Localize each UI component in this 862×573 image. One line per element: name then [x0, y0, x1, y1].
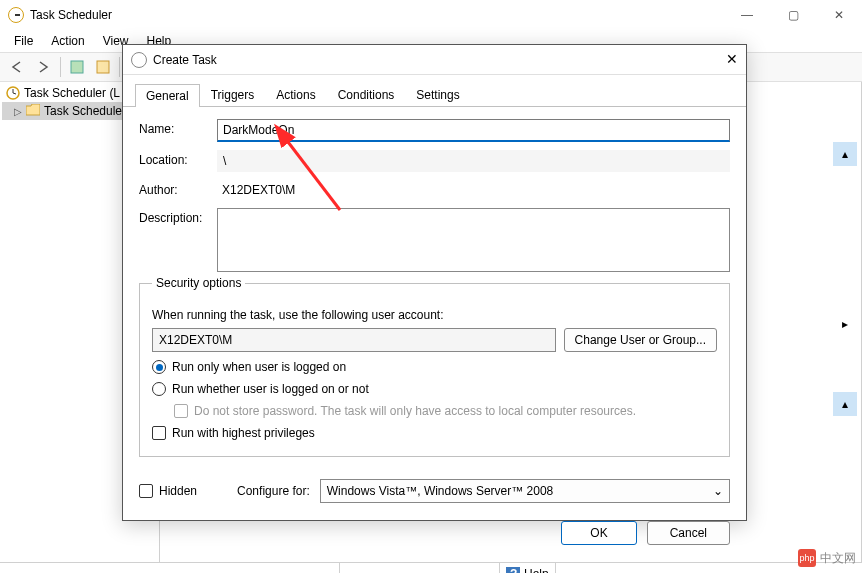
status-bar: ? Help — [0, 562, 862, 573]
collapse-button-2[interactable]: ▴ — [833, 392, 857, 416]
author-value: X12DEXT0\M — [217, 180, 730, 200]
security-prompt: When running the task, use the following… — [152, 308, 717, 322]
ok-button[interactable]: OK — [561, 521, 636, 545]
menu-file[interactable]: File — [6, 32, 41, 50]
menu-action[interactable]: Action — [43, 32, 92, 50]
create-task-dialog: Create Task ✕ General Triggers Actions C… — [122, 44, 747, 521]
dialog-icon — [131, 52, 147, 68]
back-button[interactable] — [6, 55, 30, 79]
checkbox-no-store-password: Do not store password. The task will onl… — [152, 400, 717, 422]
checkbox-highest-privileges[interactable]: Run with highest privileges — [152, 422, 717, 444]
user-account-field — [152, 328, 556, 352]
location-value: \ — [217, 150, 730, 172]
svg-text:?: ? — [510, 567, 517, 574]
change-user-button[interactable]: Change User or Group... — [564, 328, 717, 352]
location-label: Location: — [139, 150, 217, 167]
chevron-down-icon: ⌄ — [713, 484, 723, 498]
tree-child-label: Task Schedule — [44, 104, 122, 118]
app-title: Task Scheduler — [30, 8, 112, 22]
description-label: Description: — [139, 208, 217, 225]
description-input[interactable] — [217, 208, 730, 272]
radio-icon — [152, 360, 166, 374]
security-options-group: Security options When running the task, … — [139, 283, 730, 457]
checkbox-icon — [174, 404, 188, 418]
name-input[interactable] — [217, 119, 730, 142]
dialog-titlebar: Create Task ✕ — [123, 45, 746, 75]
php-logo-icon: php — [798, 549, 816, 567]
forward-button[interactable] — [32, 55, 56, 79]
dialog-bottom-row: Hidden Configure for: Windows Vista™, Wi… — [123, 469, 746, 513]
tab-actions[interactable]: Actions — [265, 83, 326, 106]
cancel-button[interactable]: Cancel — [647, 521, 730, 545]
toolbar-icon-2[interactable] — [91, 55, 115, 79]
close-button[interactable]: ✕ — [816, 0, 862, 30]
dialog-body: Name: Location: \ Author: X12DEXT0\M Des… — [123, 107, 746, 469]
window-controls: — ▢ ✕ — [724, 0, 862, 30]
main-titlebar: Task Scheduler — ▢ ✕ — [0, 0, 862, 30]
radio-run-whether[interactable]: Run whether user is logged on or not — [152, 378, 717, 400]
dialog-tabs: General Triggers Actions Conditions Sett… — [123, 75, 746, 107]
tab-settings[interactable]: Settings — [405, 83, 470, 106]
checkbox-hidden[interactable]: Hidden — [139, 480, 197, 502]
folder-icon — [26, 104, 40, 118]
security-legend: Security options — [152, 276, 245, 290]
dialog-close-button[interactable]: ✕ — [726, 51, 738, 67]
collapse-button-1[interactable]: ▴ — [833, 142, 857, 166]
name-label: Name: — [139, 119, 217, 136]
tab-general[interactable]: General — [135, 84, 200, 107]
svg-rect-1 — [97, 61, 109, 73]
chevron-right-icon: ▷ — [14, 106, 22, 117]
tree-root-label: Task Scheduler (L — [24, 86, 120, 100]
maximize-button[interactable]: ▢ — [770, 0, 816, 30]
dialog-title: Create Task — [153, 53, 217, 67]
minimize-button[interactable]: — — [724, 0, 770, 30]
checkbox-icon — [152, 426, 166, 440]
toolbar-icon-1[interactable] — [65, 55, 89, 79]
author-label: Author: — [139, 180, 217, 197]
radio-run-logged-on[interactable]: Run only when user is logged on — [152, 356, 717, 378]
app-icon — [8, 7, 24, 23]
svg-rect-0 — [71, 61, 83, 73]
expand-button-1[interactable]: ▸ — [833, 312, 857, 336]
radio-icon — [152, 382, 166, 396]
configure-for-select[interactable]: Windows Vista™, Windows Server™ 2008 ⌄ — [320, 479, 730, 503]
status-help[interactable]: ? Help — [500, 563, 556, 573]
checkbox-icon — [139, 484, 153, 498]
clock-icon — [6, 86, 20, 100]
dialog-buttons: OK Cancel — [123, 513, 746, 553]
configure-for-label: Configure for: — [237, 484, 310, 498]
tab-conditions[interactable]: Conditions — [327, 83, 406, 106]
watermark: php 中文网 — [798, 549, 856, 567]
tab-triggers[interactable]: Triggers — [200, 83, 266, 106]
help-icon: ? — [506, 567, 520, 574]
